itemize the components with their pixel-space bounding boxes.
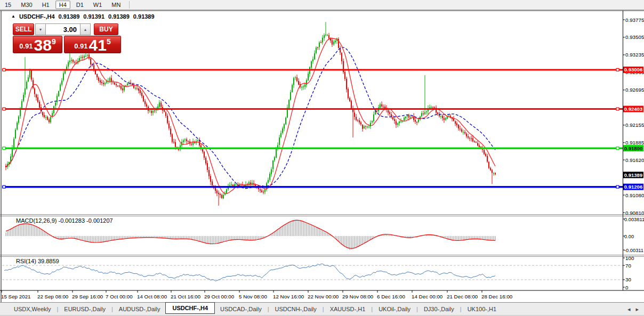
line-handle[interactable]: [616, 108, 619, 110]
level-price-label: 0.91206: [623, 184, 643, 190]
tab-separator: |: [111, 306, 113, 312]
line-handle[interactable]: [3, 108, 5, 110]
line-handle[interactable]: [616, 68, 619, 71]
timeframe-mn[interactable]: MN: [108, 1, 124, 9]
axis-price-label: 0.91080: [625, 192, 644, 198]
collapse-icon[interactable]: ▲: [11, 14, 15, 19]
sell-button[interactable]: SELL: [13, 23, 34, 35]
symbol-tabbar: USDX,Weekly|EURUSD-,Daily|AUDUSD-,DailyU…: [0, 302, 644, 316]
timeframe-w1[interactable]: W1: [90, 1, 106, 9]
close-value: 0.91389: [133, 13, 155, 20]
tab-usdx-weekly[interactable]: USDX,Weekly: [9, 304, 56, 314]
buy-button[interactable]: BUY: [94, 23, 118, 35]
tab-separator: |: [323, 306, 324, 312]
macd-indicator-label: MACD(12,26,9) -0.001283 -0.001207: [16, 217, 113, 224]
svg-text:0.91389: 0.91389: [624, 172, 642, 178]
svg-text:0.93006: 0.93006: [624, 67, 642, 72]
axis-price-label: 0.93235: [625, 52, 644, 58]
buy-price-prefix: 0.91: [74, 42, 87, 50]
symbol-period-label: USDCHF-,H4: [19, 13, 55, 20]
time-axis-label: 6 Dec 16:00: [377, 294, 405, 299]
triangle-up-icon: ▴: [84, 27, 86, 32]
tab-audusd-daily[interactable]: AUDUSD-,Daily: [114, 304, 166, 314]
rsi-axis-label: 100: [625, 255, 634, 261]
sell-price-panel[interactable]: 0.91 38 9: [13, 36, 62, 53]
rsi-axis-label: 30: [625, 277, 631, 282]
level-price-label: 0.92403: [623, 106, 643, 112]
axis-price-label: 0.92695: [625, 87, 644, 93]
tab-ukoil-daily[interactable]: UKOil-,Daily: [373, 304, 416, 314]
one-click-trade-widget: SELL ▾ ▴ BUY 0.91 38 9 0.91 41 5: [13, 23, 121, 53]
current-price-label: 0.91389: [623, 172, 643, 178]
volume-decrease-button[interactable]: ▾: [35, 23, 46, 35]
volume-increase-button[interactable]: ▴: [80, 23, 91, 35]
tab-dj30-daily[interactable]: DJ30-,Daily: [418, 304, 460, 314]
tab-separator: |: [371, 306, 373, 312]
level-price-label: 0.91800: [623, 145, 643, 151]
open-value: 0.91389: [59, 13, 80, 20]
line-handle[interactable]: [616, 185, 619, 188]
mt4-chart-window: { "icons": {"collapse": "▲", "spin_up": …: [0, 0, 644, 316]
line-handle[interactable]: [616, 147, 619, 150]
tab-eurusd-daily[interactable]: EURUSD-,Daily: [59, 304, 111, 314]
sell-price-big: 38: [34, 38, 52, 52]
time-axis-label: 14 Dec 00:00: [412, 294, 443, 299]
tab-separator: |: [460, 306, 462, 312]
tab-scroll-right-icon[interactable]: ▸: [635, 306, 639, 313]
tab-uk100-h1[interactable]: UK100-,H1: [462, 304, 502, 314]
time-axis-label: 7 Oct 00:00: [106, 294, 133, 299]
time-axis-label: 29 Nov 08:00: [342, 294, 374, 299]
volume-input[interactable]: [46, 23, 80, 35]
time-axis-label: 12 Nov 16:00: [273, 294, 304, 299]
buy-price-panel[interactable]: 0.91 41 5: [64, 36, 121, 53]
timeframe-h1[interactable]: H1: [38, 1, 53, 9]
price-chart[interactable]: 0.937750.935050.932350.929650.926950.921…: [0, 11, 644, 302]
axis-price-label: 0.91620: [625, 157, 644, 163]
rsi-indicator-label: RSI(14) 39.8859: [16, 258, 59, 264]
timeframe-m30[interactable]: M30: [17, 1, 36, 9]
line-handle[interactable]: [3, 147, 5, 150]
rsi-axis-label: 70: [625, 263, 631, 269]
axis-price-label: 0.90810: [625, 210, 644, 216]
macd-axis-label: -0.00311: [624, 248, 643, 253]
line-handle[interactable]: [3, 68, 5, 71]
tab-usdcad-daily[interactable]: USDCAD-,Daily: [215, 304, 267, 314]
time-axis-label: 21 Oct 16:00: [171, 294, 201, 299]
axis-price-label: 0.91885: [625, 140, 644, 145]
buy-price-big: 41: [89, 38, 107, 52]
tab-usdchf-h4[interactable]: USDCHF-,H4: [165, 302, 215, 314]
time-axis-label: 28 Dec 16:00: [481, 294, 513, 299]
svg-text:0.91800: 0.91800: [624, 145, 642, 151]
sell-price-prefix: 0.91: [19, 42, 33, 50]
line-handle[interactable]: [3, 185, 5, 188]
tab-scroll-arrows: ◂▸: [627, 306, 639, 313]
time-axis-label: 21 Dec 08:00: [447, 294, 478, 299]
buy-price-pip: 5: [107, 37, 111, 46]
time-axis-label: 29 Oct 00:00: [204, 294, 235, 299]
axis-price-label: 0.93505: [625, 34, 644, 40]
triangle-down-icon: ▾: [39, 27, 42, 32]
toolbar-separator: [129, 1, 130, 9]
timeframe-toolbar: 15M30H1H4D1W1MN: [0, 0, 644, 11]
rsi-axis-label: 0: [625, 285, 629, 290]
timeframe-d1[interactable]: D1: [73, 1, 87, 9]
tab-usdcnh-daily[interactable]: USDCNH-,Daily: [270, 304, 322, 314]
level-price-label: 0.93006: [623, 67, 643, 73]
axis-price-label: 0.93775: [625, 17, 644, 23]
time-axis-label: 5 Nov 08:00: [239, 294, 267, 299]
high-value: 0.91391: [83, 13, 104, 20]
time-axis-label: 14 Oct 08:00: [137, 294, 167, 299]
timeframe-15[interactable]: 15: [1, 1, 15, 9]
low-value: 0.91389: [108, 13, 130, 20]
timeframe-h4[interactable]: H4: [55, 1, 70, 9]
time-axis-label: 29 Sep 16:00: [72, 294, 103, 299]
macd-axis-label: 0.00: [624, 234, 634, 239]
sell-price-pip: 9: [52, 37, 56, 46]
svg-text:0.91206: 0.91206: [624, 184, 642, 190]
time-axis-label: 22 Sep 08:00: [37, 294, 69, 299]
svg-text:0.92403: 0.92403: [624, 106, 642, 112]
tab-scroll-left-icon[interactable]: ◂: [627, 306, 631, 313]
macd-axis-label: 0.003811: [624, 217, 644, 222]
tab-xauusd-h1[interactable]: XAUUSD-,H1: [325, 304, 371, 314]
chart-background: [0, 11, 644, 302]
